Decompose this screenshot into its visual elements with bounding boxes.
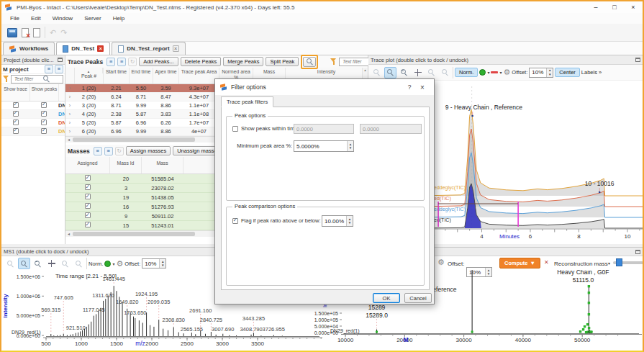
norm-button[interactable]: Norm.: [455, 68, 478, 77]
zoom-minus-icon[interactable]: [32, 258, 44, 269]
slider-handle[interactable]: [616, 258, 622, 266]
list-item[interactable]: DN: [1, 119, 65, 127]
close-tab-icon[interactable]: ×: [97, 45, 104, 52]
help-button[interactable]: ?: [403, 84, 416, 91]
chevron-down-icon[interactable]: ▾: [112, 261, 114, 266]
gear-icon[interactable]: ⚙: [116, 260, 123, 268]
stepper-arrows-icon[interactable]: ▲▼: [546, 68, 553, 77]
tab-dn-test[interactable]: DN_Test ×: [56, 42, 110, 55]
assigned-checkbox[interactable]: [85, 212, 91, 218]
show-trace-checkbox[interactable]: [13, 111, 19, 117]
flag-ratio-checkbox[interactable]: [232, 218, 238, 224]
maximize-button[interactable]: □: [605, 1, 624, 13]
norm-button[interactable]: Norm.: [89, 261, 103, 267]
clear-icon[interactable]: ✕: [544, 259, 549, 266]
reconstruction-mass-dropdown[interactable]: Reconstruction mass: [554, 261, 608, 267]
pan-icon[interactable]: [45, 258, 58, 269]
zoom-in-disabled-icon[interactable]: [425, 67, 437, 78]
chevron-down-icon[interactable]: ▾: [487, 70, 489, 75]
menu-edit[interactable]: Edit: [25, 15, 47, 22]
pan-icon[interactable]: [412, 67, 424, 78]
sort-ascending-icon[interactable]: ≡: [104, 147, 113, 155]
assign-masses-button[interactable]: Assign masses: [126, 146, 171, 155]
dialog-title-bar[interactable]: Filter options ? ×: [215, 79, 434, 95]
show-trace-checkbox[interactable]: [13, 102, 19, 108]
float-panel-icon[interactable]: [635, 58, 640, 62]
stepper-arrows-icon[interactable]: ▲▼: [159, 259, 165, 268]
assigned-checkbox[interactable]: [85, 203, 91, 209]
stepper-arrows-icon[interactable]: ▲▼: [346, 216, 353, 226]
new-document-icon[interactable]: [33, 28, 40, 37]
sort-ascending-icon[interactable]: ≡: [55, 65, 63, 73]
split-peak-button[interactable]: Split Peak: [266, 57, 299, 66]
show-trace-checkbox[interactable]: [13, 128, 19, 134]
show-trace-checkbox[interactable]: [13, 119, 19, 125]
labels-button[interactable]: Labels: [581, 69, 597, 76]
column-header[interactable]: Trace peak Area: [179, 68, 219, 84]
menu-server[interactable]: Server: [78, 15, 107, 22]
stepper-arrows-icon[interactable]: ▲▼: [347, 141, 353, 151]
project-search-box[interactable]: [11, 75, 63, 84]
trace-peaks-filter-input[interactable]: [341, 58, 370, 65]
menu-file[interactable]: File: [4, 15, 25, 22]
scroll-left-icon[interactable]: ◂: [65, 137, 72, 143]
filter-options-button[interactable]: [303, 57, 316, 67]
minimize-button[interactable]: –: [586, 1, 605, 13]
assigned-checkbox[interactable]: [85, 175, 91, 181]
zoom-out-icon[interactable]: [371, 67, 383, 78]
show-peaks-checkbox[interactable]: [232, 126, 238, 132]
close-button[interactable]: ×: [624, 1, 643, 13]
trace-plot-header[interactable]: Trace plot (double click to dock / undoc…: [368, 55, 643, 65]
refresh-icon[interactable]: ↻: [128, 58, 137, 66]
sort-descending-icon[interactable]: ≡: [45, 65, 53, 73]
column-header[interactable]: End time: [130, 68, 153, 84]
column-header[interactable]: Mass Id: [110, 157, 142, 173]
list-item[interactable]: DN: [1, 110, 65, 119]
ok-button[interactable]: OK: [373, 293, 400, 303]
open-project-icon[interactable]: [7, 28, 17, 37]
assigned-checkbox[interactable]: [85, 222, 91, 227]
offset-stepper[interactable]: 10% ▲▼: [142, 258, 166, 268]
zoom-minus-icon[interactable]: [398, 67, 410, 78]
list-item[interactable]: DN: [1, 101, 65, 110]
gear-icon[interactable]: ⚙: [503, 68, 510, 76]
cancel-button[interactable]: Cancel: [404, 293, 432, 303]
close-file-icon[interactable]: [22, 28, 29, 37]
zoom-out-icon[interactable]: [4, 258, 17, 269]
project-filter-input[interactable]: [13, 76, 42, 82]
chevron-down-icon[interactable]: ▾: [499, 70, 502, 75]
sort-descending-icon[interactable]: ≡: [94, 147, 102, 155]
sort-ascending-icon[interactable]: ≡: [117, 58, 126, 66]
title-bar[interactable]: PMI-Byos - Intact - C:\Users\lveale\Desk…: [1, 1, 643, 13]
delete-peaks-button[interactable]: Delete Peaks: [181, 57, 222, 66]
zoom-slider[interactable]: [613, 261, 643, 264]
chevron-down-icon[interactable]: ▾: [608, 261, 610, 266]
menu-window[interactable]: Window: [47, 15, 78, 22]
gear-icon[interactable]: ⚙: [437, 258, 445, 266]
show-peaks-checkbox[interactable]: [41, 119, 47, 125]
center-button[interactable]: Center: [555, 68, 580, 77]
flag-ratio-stepper[interactable]: 10.00% ▲▼: [322, 215, 353, 227]
scrollbar-thumb[interactable]: [73, 137, 195, 142]
compute-button[interactable]: Compute▼: [499, 258, 540, 268]
project-panel-header[interactable]: Project (double clic...: [1, 55, 65, 65]
zoom-reset-disabled-icon[interactable]: [73, 258, 85, 269]
refresh-icon[interactable]: ↻: [115, 147, 124, 155]
menu-help[interactable]: Help: [107, 15, 130, 22]
zoom-reset-disabled-icon[interactable]: [439, 67, 451, 78]
sort-descending-icon[interactable]: ≡: [106, 58, 115, 66]
column-header[interactable]: Start time: [104, 68, 130, 84]
assigned-checkbox[interactable]: [85, 184, 91, 190]
column-header[interactable]: Assigned: [65, 157, 110, 173]
scrollbar-thumb[interactable]: [73, 232, 195, 236]
time-to-field[interactable]: 0.0000: [360, 124, 422, 134]
column-show-peaks[interactable]: Show peaks: [30, 84, 59, 101]
redo-icon[interactable]: ↷: [60, 28, 67, 37]
undo-icon[interactable]: ↶: [50, 28, 56, 37]
min-area-stepper[interactable]: 5.0000% ▲▼: [294, 140, 354, 152]
show-peaks-checkbox[interactable]: [41, 102, 47, 108]
float-panel-icon[interactable]: [58, 58, 63, 62]
column-show-trace[interactable]: Show trace: [1, 84, 30, 101]
zoom-mode-icon[interactable]: [384, 67, 396, 78]
tab-dn-test-report[interactable]: DN_Test_report ×: [112, 42, 185, 55]
